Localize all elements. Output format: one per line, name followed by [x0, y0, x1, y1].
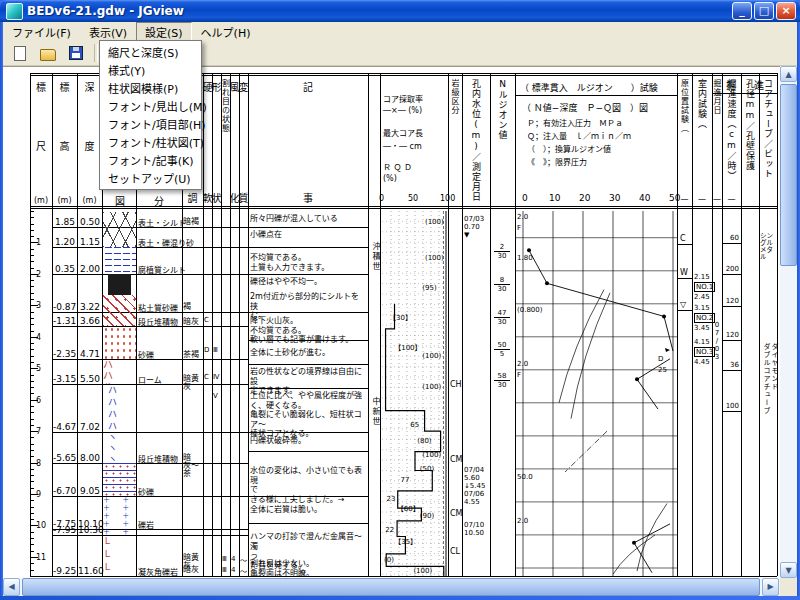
rock-class-value: CH: [450, 380, 462, 389]
pq-pressure-label: 50.0: [517, 473, 533, 481]
lab-sample-number: NO.3: [694, 347, 715, 357]
header-rod: 標尺(m): [30, 79, 52, 205]
ruler-tick: [30, 299, 34, 300]
ruler-tick: [30, 280, 34, 281]
narrow-col-mark: Ⅴ: [213, 392, 218, 400]
menu-view[interactable]: 表示(V): [80, 22, 136, 42]
menu-item-3[interactable]: フォント/見出し(M): [100, 97, 201, 115]
scroll-up-button[interactable]: ▲: [780, 66, 797, 82]
toolbar-button-save-floppy[interactable]: [63, 42, 88, 65]
ruler-tick: [30, 500, 34, 501]
lithology-band-plus: ＋ ＋ ＋ ＋ ＋ ＋ ＋ ＋ ＋ ＋ ＋ ＋ ＋ ＋ ＋ ＋ ＋ ＋ ＋ ＋: [103, 496, 136, 535]
n-value-pen: 30: [494, 318, 510, 326]
color-tone-value: 暗灰: [183, 566, 203, 574]
menu-help[interactable]: ヘルプ(H): [192, 22, 260, 42]
ruler-tick: [30, 570, 34, 571]
horizontal-scroll-thumb[interactable]: [22, 578, 760, 596]
header-dash-drillspeed: —: [728, 195, 736, 204]
header-bottom-line: [30, 206, 777, 207]
column-line: [692, 73, 693, 576]
menu-item-5[interactable]: フォント/柱状図(T): [100, 133, 201, 151]
ruler-tick: [30, 324, 34, 325]
header-lab: 室内試験（: [696, 79, 709, 129]
menu-item-6[interactable]: フォント/記事(K): [100, 151, 201, 169]
vertical-scroll-thumb[interactable]: [780, 84, 797, 266]
settings-dropdown-menu: 縮尺と深度(S)様式(Y)柱状図模様(P)フォント/見出し(M)フォント/項目部…: [99, 40, 202, 190]
toolbar-button-open-folder[interactable]: [35, 42, 60, 65]
header-shape-seg: 状: [212, 190, 222, 205]
pq-title-fig: （ Ｎ値−深度 Ｐ−Ｑ図 ）図: [522, 101, 648, 114]
header-elev: 標高(m): [52, 79, 77, 205]
pq-legend-line: 《 》；限界圧力: [527, 156, 587, 167]
toolbar-button-new-file[interactable]: [7, 42, 32, 65]
header-bottom-line2: [30, 208, 777, 209]
drill-speed-value: 120: [724, 331, 739, 339]
menu-item-2[interactable]: 柱状図模様(P): [100, 79, 201, 97]
ruler-tick: [30, 513, 34, 514]
ruler-label: 2: [36, 270, 41, 279]
scroll-right-button[interactable]: ▶: [762, 578, 779, 596]
scroll-down-button[interactable]: ▼: [780, 562, 797, 578]
drill-speed-line: [722, 340, 741, 341]
soil-name: 段丘堆積物: [138, 316, 178, 327]
rqd-value-label: 【100】: [394, 342, 421, 352]
header-elev-seg: 標: [60, 79, 70, 94]
ruler-tick: [30, 419, 34, 420]
depth-value: 3.22: [78, 302, 100, 312]
horizontal-scrollbar[interactable]: ◀ ▶: [3, 578, 780, 596]
drill-speed-line: [722, 243, 741, 244]
scroll-left-button[interactable]: ◀: [3, 578, 20, 596]
rqd-value-label: (95): [422, 284, 436, 292]
menu-item-7[interactable]: セットアップ(U): [100, 169, 201, 187]
lithology-band-silt2: [103, 463, 136, 496]
insitu-test-mark: ▽: [680, 300, 686, 309]
lab-sample-number: NO.1: [694, 282, 715, 292]
vertical-scrollbar[interactable]: ▲ ▼: [780, 66, 797, 578]
menu-item-4[interactable]: フォント/項目部(H): [100, 115, 201, 133]
elev-value: 1.85: [53, 217, 75, 227]
rqd-legend-line: ―・― cm: [383, 140, 422, 151]
column-line: [677, 73, 678, 576]
header-rockclass: 岩級区分: [449, 79, 460, 115]
narrow-col-mark: 4: [231, 566, 235, 574]
menu-item-0[interactable]: 縮尺と深度(S): [100, 43, 201, 61]
drill-speed-value: 200: [724, 265, 739, 273]
menu-item-1[interactable]: 様式(Y): [100, 61, 201, 79]
pq-title-test: （ 標準貫入 ルジオン ）試験: [520, 81, 658, 94]
remark-separator: [248, 364, 368, 365]
color-tone-value: 茶褐: [183, 351, 203, 359]
header-sub-zu: 図: [115, 193, 125, 208]
column-line: [221, 73, 222, 576]
pq-extra-label: D: [658, 355, 663, 363]
drill-speed-value: 60: [724, 234, 739, 242]
drill-group-underline: [712, 93, 777, 94]
close-button[interactable]: ×: [776, 2, 796, 20]
header-alter-seg: 質: [239, 190, 249, 205]
menu-file[interactable]: ファイル(F): [3, 22, 80, 42]
depth-value: 3.66: [78, 316, 100, 326]
header-drilldate: 掘進月日: [711, 79, 722, 115]
ruler-tick: [30, 224, 34, 225]
elev-value: -9.25: [53, 566, 75, 576]
pq-legend-line: Ｑ；注入量 ｌ／ｍｉｎ／ｍ: [527, 130, 631, 141]
rqd-value-label: (100): [425, 254, 444, 262]
lab-sample-top-depth: 3.15: [694, 304, 710, 312]
menu-settings[interactable]: 設定(S): [136, 22, 192, 42]
minimize-button[interactable]: _: [732, 2, 752, 20]
ruler-tick: [30, 255, 34, 256]
lithology-band-dark: [108, 274, 131, 295]
header-alter-seg: 変: [239, 79, 249, 94]
drill-speed-value: 36: [724, 361, 739, 369]
remark-separator: [248, 247, 368, 248]
maximize-button[interactable]: □: [754, 2, 774, 20]
rqd-value-label: (0): [384, 556, 394, 564]
n-value-blows: 58: [494, 372, 510, 381]
narrow-col-mark: 〜: [240, 555, 247, 565]
ruler-tick: [30, 519, 34, 520]
n-value-blows: 47: [494, 309, 510, 318]
scrollbar-corner: [780, 578, 797, 596]
title-bar[interactable]: BEDv6-21.gdw - JGview _ □ ×: [0, 0, 800, 22]
ruler-tick: [30, 362, 34, 363]
n-value-pen: 30: [494, 285, 510, 293]
remark-separator: [248, 388, 368, 389]
